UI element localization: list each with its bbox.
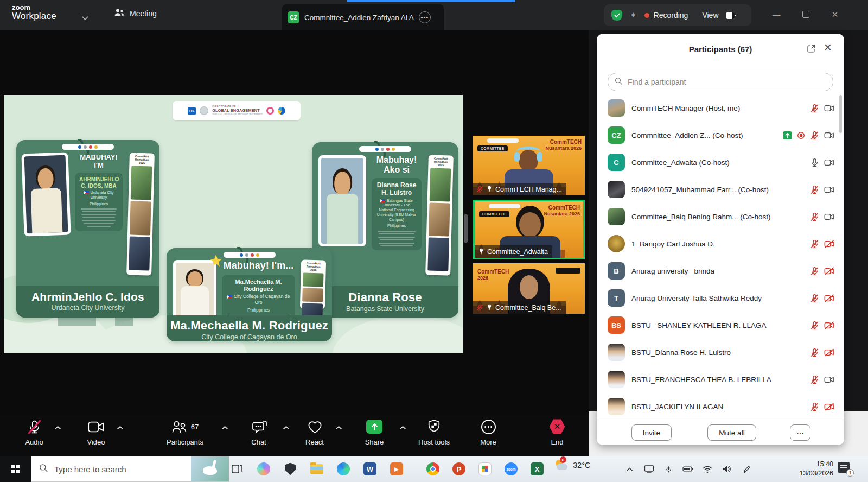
toolbar-participants-button[interactable]: 67Participants <box>159 418 211 446</box>
toolbar-end-button[interactable]: ✕End <box>531 418 583 446</box>
participant-row[interactable]: 1_Bangoy Carl Joshua D. <box>597 230 844 257</box>
toolbar-video-button[interactable]: Video <box>70 418 122 446</box>
mic-muted-icon[interactable] <box>810 131 819 140</box>
mic-muted-icon[interactable] <box>810 321 819 330</box>
tab-meeting[interactable]: Meeting <box>114 8 157 19</box>
participant-row[interactable]: CommTECH Manager (Host, me) <box>597 94 844 122</box>
taskbar-copilot-icon[interactable] <box>257 462 271 476</box>
toolbar-host-tools-button[interactable]: Host tools <box>408 418 460 446</box>
tab-more-icon[interactable]: ••• <box>419 11 431 23</box>
window-maximize-button[interactable] <box>797 10 814 18</box>
mic-muted-icon[interactable] <box>810 375 819 384</box>
video-tile[interactable]: COMMITTEECommTECHNusantara 2026Committee… <box>473 200 585 259</box>
close-panel-icon[interactable]: ✕ <box>824 41 832 54</box>
taskbar-clock[interactable]: 15:40 13/03/2026 <box>786 460 833 478</box>
toolbar-react-button[interactable]: React <box>289 418 341 446</box>
participants-scrollbar-thumb[interactable] <box>839 95 842 133</box>
ai-companion-icon[interactable]: ✦ <box>630 10 637 20</box>
taskbar-task-view-icon[interactable] <box>230 462 244 476</box>
window-minimize-button[interactable]: — <box>768 10 784 19</box>
tray-volume-icon[interactable] <box>717 465 737 473</box>
notification-center[interactable]: 1 <box>838 462 852 475</box>
participant-row[interactable]: BSTU_JACKIELYN ILAGAN <box>597 393 844 420</box>
mic-muted-icon[interactable] <box>810 185 819 194</box>
taskbar-word-icon[interactable]: W <box>363 462 377 476</box>
camera-off-icon[interactable] <box>824 267 834 275</box>
toolbar-video-chevron-icon[interactable] <box>117 422 124 432</box>
toolbar-chat-button[interactable]: Chat <box>233 418 285 446</box>
toolbar-more-button[interactable]: More <box>462 418 514 446</box>
search-highlight-image[interactable] <box>191 456 229 481</box>
participant-row[interactable]: CZCommnittee_Addien Z... (Co-host) <box>597 122 844 149</box>
participant-row[interactable]: BAnurag university_ brinda <box>597 257 844 284</box>
toolbar-participants-chevron-icon[interactable] <box>221 422 228 432</box>
camera-on-icon[interactable] <box>824 376 834 384</box>
camera-on-icon[interactable] <box>824 213 834 221</box>
camera-on-icon[interactable] <box>824 158 834 167</box>
tray-chevron-up-icon[interactable] <box>620 467 639 472</box>
toolbar-share-button[interactable]: Share <box>348 418 400 446</box>
participant-row[interactable]: CCommittee_Adwaita (Co-host) <box>597 149 844 176</box>
taskbar-excel-icon[interactable]: X <box>530 462 544 476</box>
workspace-chevron-down-icon[interactable] <box>81 13 89 23</box>
mic-muted-icon[interactable] <box>810 348 819 357</box>
toolbar-audio-chevron-icon[interactable] <box>54 422 61 432</box>
toolbar-share-chevron-icon[interactable] <box>399 422 406 432</box>
participant-row[interactable]: BSTU_FRANCHESCA THEA B. LEBRILLA <box>597 366 844 393</box>
mic-muted-icon[interactable] <box>810 212 819 221</box>
mic-muted-icon[interactable] <box>810 267 819 276</box>
mute-all-button[interactable]: Mute all <box>707 424 756 441</box>
taskbar-search-input[interactable] <box>53 464 186 474</box>
taskbar-file-explorer-icon[interactable] <box>310 462 324 476</box>
popout-icon[interactable] <box>807 44 816 55</box>
taskbar-windows-security-icon[interactable] <box>283 462 297 476</box>
mic-muted-icon[interactable] <box>810 402 819 411</box>
mic-muted-icon[interactable] <box>810 239 819 249</box>
mic-muted-icon <box>476 304 483 311</box>
taskbar-media-player-icon[interactable]: ▶ <box>390 462 404 476</box>
tray-battery-icon[interactable] <box>678 466 698 472</box>
start-button[interactable] <box>0 456 31 482</box>
stage-scrollbar-thumb[interactable] <box>464 214 468 243</box>
camera-on-icon[interactable] <box>824 104 834 112</box>
search-input[interactable] <box>627 77 826 87</box>
participant-row[interactable]: BSBSTU_ SHANLEY KATHLEEN R. LLAGA <box>597 312 844 339</box>
tray-wifi-icon[interactable] <box>698 466 717 473</box>
view-layout-icon[interactable] <box>726 12 735 19</box>
participant-row[interactable]: TAnurag University-Talla Sathwika Reddy <box>597 284 844 312</box>
more-options-button[interactable]: ··· <box>790 424 810 441</box>
tray-mic-icon[interactable] <box>659 465 678 474</box>
mic-muted-icon[interactable] <box>810 294 819 303</box>
taskbar-weather[interactable]: 6 32°C <box>554 459 590 472</box>
taskbar-chrome-icon[interactable] <box>426 462 440 476</box>
toolbar-audio-button[interactable]: Audio <box>8 418 60 446</box>
taskbar-edge-icon[interactable] <box>336 462 350 476</box>
video-tile[interactable]: CommTECH2026Committee_Baiq Be... <box>473 263 585 314</box>
view-button-label[interactable]: View <box>702 11 718 20</box>
mic-on-icon[interactable] <box>810 158 819 167</box>
camera-off-icon[interactable] <box>824 348 834 357</box>
security-shield-icon[interactable] <box>611 10 622 21</box>
camera-off-icon[interactable] <box>824 321 834 329</box>
camera-off-icon[interactable] <box>824 294 834 302</box>
window-close-button[interactable]: ✕ <box>827 10 843 20</box>
participant-row[interactable]: 5049241057_Muhammad Farr... (Co-host) <box>597 176 844 203</box>
taskbar-photos-icon[interactable] <box>478 462 492 476</box>
tab-active-meeting[interactable]: CZ Commnittee_Addien Zafriyan Al A ••• <box>282 4 444 30</box>
video-tile[interactable]: COMMITTEECommTECHNusantara 2026CommTECH … <box>473 136 585 195</box>
participant-row[interactable]: Committee_Baiq Bening Rahm... (Co-host) <box>597 203 844 230</box>
camera-off-icon[interactable] <box>824 403 834 411</box>
camera-off-icon[interactable] <box>824 240 834 248</box>
toolbar-react-chevron-icon[interactable] <box>335 422 342 432</box>
camera-on-icon[interactable] <box>824 186 834 194</box>
cloud-decoration <box>333 315 463 353</box>
invite-button[interactable]: Invite <box>631 424 672 441</box>
tray-cast-icon[interactable] <box>639 465 659 473</box>
participant-row[interactable]: BSTU_Dianna Rose H. Luistro <box>597 339 844 366</box>
taskbar-zoom-app-icon[interactable]: zoom <box>504 462 518 476</box>
taskbar-search[interactable] <box>31 456 229 482</box>
mic-muted-icon[interactable] <box>810 104 819 113</box>
camera-on-icon[interactable] <box>824 131 834 139</box>
taskbar-powerpoint-icon[interactable]: P <box>452 462 466 476</box>
tray-pen-icon[interactable] <box>737 465 756 473</box>
